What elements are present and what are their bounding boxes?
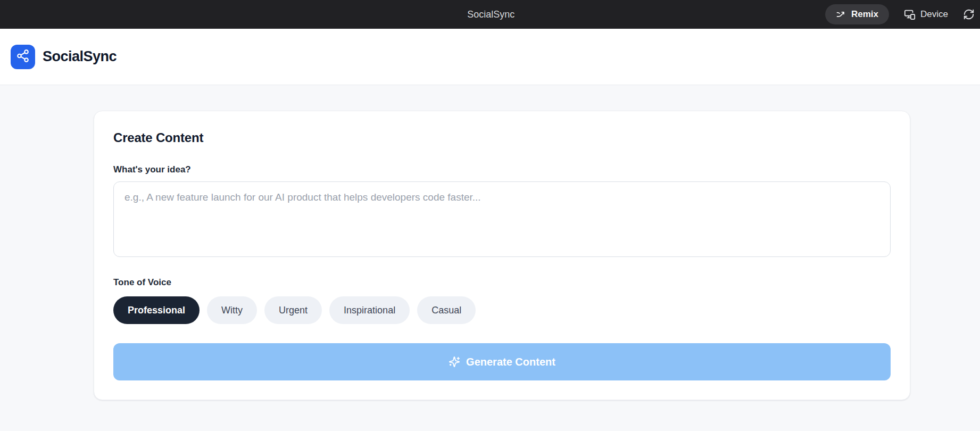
topbar-controls: Remix Device — [825, 4, 975, 24]
idea-label: What's your idea? — [113, 164, 891, 175]
tone-option-casual[interactable]: Casual — [417, 296, 476, 324]
tone-option-professional[interactable]: Professional — [113, 296, 200, 324]
idea-input[interactable] — [113, 181, 891, 257]
device-button-label: Device — [920, 9, 948, 20]
remix-button-label: Remix — [851, 9, 878, 20]
main-area: Create Content What's your idea? Tone of… — [0, 111, 980, 431]
remix-button[interactable]: Remix — [825, 4, 889, 24]
create-content-card: Create Content What's your idea? Tone of… — [94, 111, 910, 400]
tone-section: Tone of Voice Professional Witty Urgent … — [113, 277, 891, 324]
monitor-smartphone-icon — [904, 9, 916, 20]
window-title: SocialSync — [467, 9, 514, 20]
brand-name: SocialSync — [43, 48, 117, 65]
top-chrome-bar: SocialSync Remix Device — [0, 0, 980, 29]
app-logo — [11, 45, 35, 69]
generate-button-label: Generate Content — [466, 356, 555, 368]
device-button[interactable]: Device — [904, 9, 948, 20]
remix-fork-icon — [836, 9, 846, 20]
refresh-icon — [963, 9, 975, 20]
sparkles-icon — [449, 356, 460, 368]
tone-option-witty[interactable]: Witty — [207, 296, 257, 324]
share-nodes-icon — [16, 49, 30, 65]
tone-option-inspirational[interactable]: Inspirational — [329, 296, 410, 324]
app-header: SocialSync — [0, 29, 980, 85]
refresh-button[interactable] — [963, 9, 975, 20]
generate-content-button[interactable]: Generate Content — [113, 343, 891, 380]
card-title: Create Content — [113, 130, 891, 145]
tone-label: Tone of Voice — [113, 277, 891, 288]
tone-option-urgent[interactable]: Urgent — [264, 296, 322, 324]
tone-options: Professional Witty Urgent Inspirational … — [113, 296, 891, 324]
